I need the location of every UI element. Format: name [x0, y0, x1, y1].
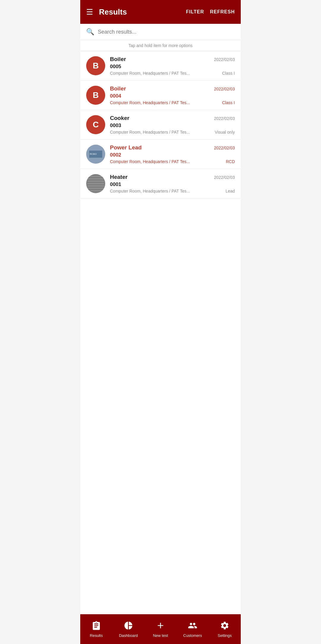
- pie-icon: [124, 621, 133, 633]
- nav-item-customers[interactable]: Customers: [177, 618, 209, 641]
- nav-label: Dashboard: [119, 633, 138, 638]
- result-location: Computer Room, Headquarters / PAT Tes...: [110, 159, 224, 164]
- avatar: B: [86, 56, 105, 75]
- result-content: Power Lead2022/02/030002Computer Room, H…: [110, 144, 235, 164]
- result-name: Heater: [110, 174, 128, 180]
- avatar: [86, 145, 105, 164]
- nav-label: Results: [90, 633, 103, 638]
- list-item[interactable]: BBoiler2022/02/030004Computer Room, Head…: [80, 81, 241, 110]
- avatar: [86, 174, 105, 193]
- result-id: 0005: [110, 64, 235, 70]
- header-actions: FILTER REFRESH: [186, 9, 235, 15]
- result-location: Computer Room, Headquarters / PAT Tes...: [110, 130, 213, 135]
- result-classification: Lead: [226, 189, 235, 193]
- result-location: Computer Room, Headquarters / PAT Tes...: [110, 100, 220, 105]
- menu-icon[interactable]: ☰: [86, 7, 93, 17]
- result-content: Cooker2022/02/030003Computer Room, Headq…: [110, 115, 235, 135]
- list-item[interactable]: Power Lead2022/02/030002Computer Room, H…: [80, 140, 241, 169]
- nav-label: Settings: [218, 633, 232, 638]
- results-list: BBoiler2022/02/030005Computer Room, Head…: [80, 51, 241, 614]
- result-location: Computer Room, Headquarters / PAT Tes...: [110, 71, 220, 76]
- result-classification: Class I: [222, 71, 235, 76]
- nav-item-results[interactable]: Results: [80, 618, 112, 641]
- nav-label: Customers: [183, 633, 202, 638]
- result-date: 2022/02/03: [214, 57, 235, 62]
- result-classification: RCD: [226, 159, 235, 164]
- result-content: Boiler2022/02/030004Computer Room, Headq…: [110, 85, 235, 105]
- result-id: 0002: [110, 152, 235, 158]
- list-item[interactable]: Heater2022/02/030001Computer Room, Headq…: [80, 169, 241, 198]
- result-date: 2022/02/03: [214, 146, 235, 150]
- result-name: Cooker: [110, 115, 129, 121]
- plus-icon: [156, 621, 165, 633]
- filter-button[interactable]: FILTER: [186, 9, 204, 15]
- app-header: ☰ Results FILTER REFRESH: [80, 0, 241, 24]
- result-date: 2022/02/03: [214, 87, 235, 91]
- search-icon: 🔍: [86, 28, 94, 36]
- result-name: Boiler: [110, 85, 126, 92]
- avatar: B: [86, 86, 105, 105]
- avatar: C: [86, 115, 105, 134]
- gear-icon: [220, 621, 229, 633]
- nav-item-new_test[interactable]: New test: [144, 618, 177, 641]
- result-name: Power Lead: [110, 144, 142, 151]
- search-input[interactable]: [98, 29, 235, 35]
- tap-hint: Tap and hold item for more options: [80, 40, 241, 51]
- list-item[interactable]: BBoiler2022/02/030005Computer Room, Head…: [80, 51, 241, 81]
- result-content: Heater2022/02/030001Computer Room, Headq…: [110, 174, 235, 193]
- page-title: Results: [99, 7, 186, 17]
- result-id: 0003: [110, 123, 235, 129]
- result-content: Boiler2022/02/030005Computer Room, Headq…: [110, 56, 235, 76]
- nav-item-settings[interactable]: Settings: [209, 618, 241, 641]
- bottom-nav: ResultsDashboardNew testCustomersSetting…: [80, 614, 241, 644]
- result-date: 2022/02/03: [214, 116, 235, 121]
- search-bar: 🔍: [80, 24, 241, 40]
- nav-item-dashboard[interactable]: Dashboard: [112, 618, 144, 641]
- result-location: Computer Room, Headquarters / PAT Tes...: [110, 189, 223, 193]
- result-classification: Class I: [222, 100, 235, 105]
- list-item[interactable]: CCooker2022/02/030003Computer Room, Head…: [80, 110, 241, 140]
- result-id: 0004: [110, 93, 235, 99]
- users-icon: [188, 621, 197, 633]
- result-id: 0001: [110, 182, 235, 187]
- refresh-button[interactable]: REFRESH: [210, 9, 235, 15]
- result-date: 2022/02/03: [214, 175, 235, 180]
- clipboard-icon: [92, 621, 101, 633]
- result-classification: Visual only: [215, 130, 235, 135]
- result-name: Boiler: [110, 56, 126, 62]
- nav-label: New test: [153, 633, 168, 638]
